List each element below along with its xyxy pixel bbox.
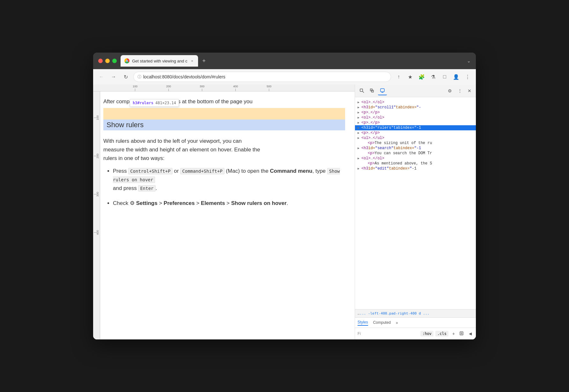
dom-row-ol-2[interactable]: ▶ <ol>…</ol>	[355, 115, 476, 120]
styles-back-button[interactable]: ◀	[467, 330, 473, 337]
ruler-v-tick-100: 100	[93, 115, 100, 120]
styles-cls-button[interactable]: .cls	[435, 331, 448, 337]
maximize-window-button[interactable]	[112, 59, 117, 63]
ruler-h-inner: 100 200 300 400	[107, 84, 355, 91]
url-security-icon: ⓘ	[137, 74, 141, 80]
ruler-v-tick-300: 300	[93, 192, 100, 197]
ruler-tick-500: 500	[267, 85, 271, 91]
address-bar: ← → ↻ ⓘ localhost:8080/docs/devtools/dom…	[93, 69, 476, 84]
styles-add-button[interactable]: +	[450, 330, 457, 337]
tab-label: Get started with viewing and c	[132, 59, 187, 63]
new-tab-button[interactable]: +	[199, 56, 208, 65]
svg-line-5	[381, 92, 382, 92]
ruler-tick-400: 400	[233, 85, 238, 91]
element-tooltip-dims: 481×23.14	[155, 101, 176, 105]
ruler-v-tick-400: 400	[93, 230, 100, 235]
dom-row-p-3[interactable]: ▶ <p>…</p>	[355, 130, 476, 135]
tab-menu-button[interactable]: ⌄	[467, 58, 471, 63]
styles-tabs: Styles Computed »	[355, 318, 476, 328]
code-command-shift-p: Command+Shift+P	[180, 168, 224, 174]
forward-button[interactable]: →	[109, 72, 118, 81]
devtools-close-button[interactable]: ✕	[466, 87, 473, 95]
content-area: 100 200 300 400	[93, 84, 476, 339]
show-rulers-label: Show rulers on hover	[231, 200, 287, 206]
svg-rect-0	[360, 89, 363, 91]
styles-hov-button[interactable]: :hov	[420, 331, 433, 337]
dom-row-p-1[interactable]: ▶ <p>…</p>	[355, 110, 476, 115]
tab-favicon	[124, 58, 129, 63]
styles-paint-button[interactable]	[459, 330, 465, 337]
styles-filter: Fi	[358, 331, 361, 336]
profile-icon[interactable]: 👤	[452, 72, 461, 81]
extensions-icon[interactable]: 🧩	[417, 72, 426, 81]
page-content: After completing the instructions at the…	[100, 91, 355, 339]
devtools-console-button[interactable]	[378, 86, 387, 95]
svg-rect-4	[381, 89, 384, 92]
devtools-toolbar: ⚙ ⋮ ✕	[355, 84, 476, 97]
elements-label: Elements	[201, 200, 225, 206]
ruler-v-tick-200: 200	[93, 154, 100, 158]
tab-styles[interactable]: Styles	[358, 320, 368, 326]
highlight-blue: Show rulers	[103, 120, 345, 130]
browser-window: Get started with viewing and c × + ⌄ ← →…	[93, 53, 476, 339]
dom-row-h3-scroll1[interactable]: ▶ <h3 id="scroll1" tabindex="-	[355, 105, 476, 110]
breadcrumb-bar: … ... -left-400.pad-right-400 d ...	[355, 309, 476, 317]
svg-rect-9	[461, 332, 462, 334]
dom-row-p-search[interactable]: <p>You can search the DOM Tr	[355, 151, 476, 156]
menu-icon[interactable]: ⋮	[463, 72, 472, 81]
code-control-shift-p: Control+Shift+P	[128, 168, 172, 174]
tab-close-button[interactable]: ×	[190, 59, 194, 63]
vertical-ruler: 100 200 300 400	[93, 91, 100, 339]
preferences-label: Preferences	[164, 200, 195, 206]
command-menu-label: Command menu	[270, 168, 312, 174]
dom-row-h3-rulers[interactable]: ▶ <h3 id="rulers" tabindex="-1	[355, 125, 476, 130]
title-bar: Get started with viewing and c × + ⌄	[93, 53, 476, 69]
page-heading: Show rulers	[107, 119, 144, 130]
dom-row-p-sizing[interactable]: <p>The sizing unit of the ru	[355, 141, 476, 146]
highlight-orange	[103, 108, 345, 120]
devtools-panel: ⚙ ⋮ ✕ ▶ <ol>…</ol> ▶ <h3 id="scroll1" ta…	[355, 84, 476, 339]
svg-line-6	[383, 92, 383, 92]
tab-more[interactable]: »	[396, 321, 398, 325]
dom-row-ol-3[interactable]: ▶ <ol>…</ol>	[355, 156, 476, 161]
share-icon[interactable]: ↑	[394, 72, 403, 81]
dom-row-ol-1[interactable]: ▶ <ol>…</ol>	[355, 100, 476, 105]
devtools-layers-button[interactable]	[368, 86, 377, 95]
svg-rect-2	[370, 89, 372, 91]
refresh-button[interactable]: ↻	[121, 72, 130, 81]
ruler-tick-100: 100	[133, 85, 137, 91]
close-window-button[interactable]	[98, 59, 103, 63]
dom-row-ul[interactable]: ▶ <ul>…</ul>	[355, 135, 476, 141]
experiments-icon[interactable]: ⚗	[429, 72, 438, 81]
breadcrumb-item[interactable]: ... -left-400.pad-right-400 d ...	[360, 311, 430, 316]
dom-row-p-mentioned[interactable]: <p>As mentioned above, the S	[355, 161, 476, 166]
svg-rect-3	[372, 90, 373, 92]
ruler-tick-300: 300	[200, 85, 204, 91]
dom-row-h3-search[interactable]: ▶ <h3 id="search" tabindex="-1	[355, 146, 476, 151]
section-paragraph: With rulers above and to the left of you…	[103, 137, 345, 163]
dom-row-h3-edit[interactable]: ▶ <h3 id="edit" tabindex="-1	[355, 166, 476, 171]
active-tab[interactable]: Get started with viewing and c ×	[121, 55, 198, 67]
browser-toolbar: ↑ ★ 🧩 ⚗ □ 👤 ⋮	[394, 72, 472, 81]
bookmark-icon[interactable]: ★	[406, 72, 415, 81]
devtools-settings-button[interactable]: ⚙	[445, 86, 454, 95]
element-tooltip-name: h3#rulers	[133, 101, 153, 105]
url-bar[interactable]: ⓘ localhost:8080/docs/devtools/dom/#rule…	[133, 72, 391, 82]
settings-label: Settings	[136, 200, 158, 206]
traffic-lights	[98, 59, 117, 63]
dom-tree[interactable]: ▶ <ol>…</ol> ▶ <h3 id="scroll1" tabindex…	[355, 97, 476, 309]
styles-toolbar: Fi :hov .cls + ◀	[355, 328, 476, 339]
cast-icon[interactable]: □	[440, 72, 449, 81]
code-enter: Enter	[138, 185, 155, 192]
devtools-more-button[interactable]: ⋮	[455, 86, 464, 95]
minimize-window-button[interactable]	[105, 59, 110, 63]
devtools-inspect-button[interactable]	[358, 86, 366, 95]
webpage-body: 100 200 300 400	[93, 91, 355, 339]
bullet-list: Press Control+Shift+P or Command+Shift+P…	[103, 167, 345, 208]
back-button[interactable]: ←	[97, 72, 106, 81]
svg-line-1	[363, 91, 364, 93]
tab-computed[interactable]: Computed	[373, 320, 391, 325]
dom-row-p-2[interactable]: ▶ <p>…</p>	[355, 120, 476, 125]
horizontal-ruler: 100 200 300 400	[93, 84, 355, 91]
url-text: localhost:8080/docs/devtools/dom/#rulers	[143, 74, 225, 79]
